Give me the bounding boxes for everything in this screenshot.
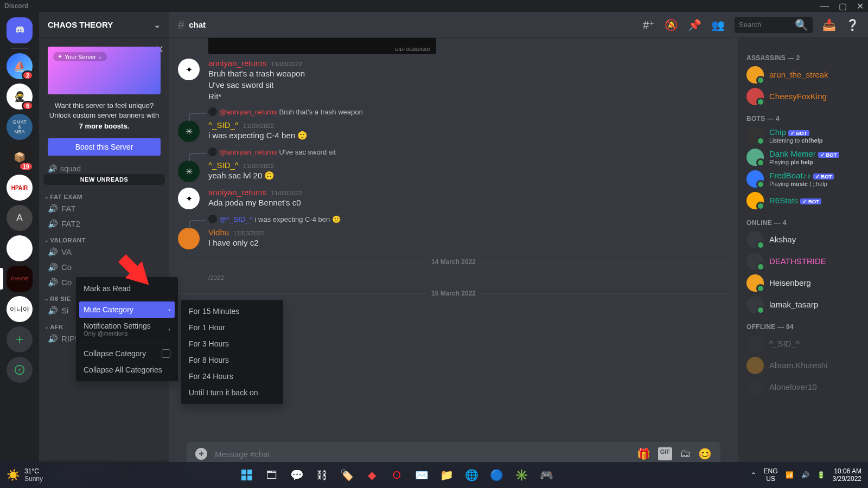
clock[interactable]: 10:06 AM3/29/2022 — [833, 467, 861, 483]
threads-button[interactable]: #⁺ — [643, 18, 655, 31]
avatar[interactable]: ✳ — [178, 120, 200, 142]
search-box[interactable]: 🔍 — [735, 17, 813, 33]
attach-button[interactable]: + — [195, 448, 207, 460]
inbox-button[interactable]: 📥 — [822, 18, 836, 31]
menu-collapse-category[interactable]: Collapse Category — [79, 345, 175, 362]
avatar[interactable]: ✳ — [178, 160, 200, 182]
search-input[interactable] — [739, 21, 795, 29]
taskbar-app[interactable]: 🗔 — [261, 464, 283, 486]
channel-item[interactable]: 🔊FAT — [43, 201, 165, 216]
pinned-button[interactable]: 📌 — [688, 18, 701, 31]
notifications-button[interactable]: 🔕 — [665, 18, 678, 31]
menu-mute-category[interactable]: Mute Category› — [79, 301, 175, 318]
server-header[interactable]: CHAOS THEORY ⌄ — [39, 12, 169, 38]
boost-server-button[interactable]: Boost this Server — [48, 138, 161, 156]
svg-rect-2 — [247, 470, 252, 474]
member-item[interactable]: lamak_tasarp — [742, 294, 864, 316]
server-icon[interactable]: 🥷6 — [7, 84, 33, 110]
member-item[interactable]: R6Stats✓ BOT — [742, 190, 864, 211]
taskbar-app[interactable]: O — [386, 464, 407, 486]
add-server-button[interactable]: + — [7, 326, 33, 352]
taskbar-app[interactable]: ◆ — [361, 464, 382, 486]
avatar[interactable]: ✦ — [178, 59, 200, 80]
boost-card: ✕ ✦Your Server⌄ Want this server to feel… — [48, 47, 161, 156]
menu-mute-15m[interactable]: For 15 Minutes — [184, 303, 280, 319]
server-icon[interactable]: A — [7, 205, 33, 231]
chevron-down-icon: ⌄ — [154, 20, 161, 30]
language-indicator[interactable]: ENGUS — [764, 467, 778, 483]
minimize-button[interactable]: — — [820, 1, 829, 11]
member-item[interactable]: CheesyFoxKing — [742, 86, 864, 107]
volume-icon[interactable]: 🔊 — [801, 471, 809, 479]
weather-widget[interactable]: ☀️ 31°CSunny — [7, 467, 43, 483]
menu-mark-read[interactable]: Mark as Read — [79, 280, 175, 297]
avatar[interactable]: ✦ — [178, 188, 200, 209]
server-icon[interactable]: HPAIR — [7, 175, 33, 201]
chat-header: # chat #⁺ 🔕 📌 👥 🔍 📥 ❔ — [169, 12, 868, 38]
taskbar-app[interactable]: 🎮 — [535, 464, 557, 486]
taskbar-app[interactable]: ✳️ — [510, 464, 532, 486]
members-button[interactable]: 👥 — [711, 18, 725, 31]
taskbar-app[interactable]: 💬 — [286, 464, 308, 486]
category-header[interactable]: ⌄FAT EXAM — [43, 188, 165, 201]
member-item[interactable]: arun_the_streak — [742, 64, 864, 86]
search-icon: 🔍 — [795, 18, 808, 31]
sticker-button[interactable]: 🗂 — [680, 447, 691, 460]
explore-button[interactable] — [7, 357, 33, 383]
tray-chevron[interactable]: ⌃ — [751, 471, 756, 479]
help-button[interactable]: ❔ — [846, 18, 859, 31]
channel-item[interactable]: 🔊VA — [43, 245, 165, 260]
new-unreads-pill[interactable]: NEW UNREADS — [43, 174, 165, 185]
battery-icon[interactable]: 🔋 — [817, 471, 825, 479]
server-icon-active[interactable]: CHAOS — [7, 266, 33, 292]
date-divider: 14 March 2022 — [427, 258, 480, 266]
member-item[interactable]: Dank Memer✓ BOTPlaying pls help — [742, 146, 864, 168]
home-button[interactable] — [7, 17, 33, 43]
gift-button[interactable]: 🎁 — [637, 447, 650, 460]
close-button[interactable]: ✕ — [857, 1, 864, 11]
server-icon[interactable]: 이니야 — [7, 296, 33, 322]
wifi-icon[interactable]: 📶 — [786, 471, 794, 479]
menu-mute-24h[interactable]: For 24 Hours — [184, 368, 280, 384]
taskbar-app[interactable]: ⛓ — [311, 464, 333, 486]
speaker-icon: 🔊 — [48, 334, 58, 344]
server-icon[interactable]: GMAT&MBA — [7, 114, 33, 140]
taskbar-app[interactable]: 📁 — [436, 464, 457, 486]
menu-mute-3h[interactable]: For 3 Hours — [184, 336, 280, 352]
member-item[interactable]: FredBoat♪♪✓ BOTPlaying music | ;;help — [742, 168, 864, 190]
server-icon[interactable]: 📦19 — [7, 144, 33, 170]
member-item[interactable]: ^_SID_^ — [742, 333, 864, 355]
member-item[interactable]: Chip✓ BOTListening to ch!help — [742, 125, 864, 146]
start-button[interactable] — [236, 464, 258, 486]
menu-collapse-all[interactable]: Collapse All Categories — [79, 362, 175, 378]
member-item[interactable]: Akshay — [742, 229, 864, 251]
menu-mute-8h[interactable]: For 8 Hours — [184, 352, 280, 368]
member-item[interactable]: DEATHSTRIDE — [742, 251, 864, 272]
member-item[interactable]: Alonelover10 — [742, 376, 864, 398]
reply-reference[interactable]: @anniyan_returnsU've sac sword sit — [178, 147, 729, 156]
member-item[interactable]: Heisenberg — [742, 272, 864, 294]
embed-image[interactable]: UID- 853824284 — [208, 38, 436, 54]
emoji-button[interactable]: 😊 — [698, 447, 712, 460]
taskbar-app[interactable]: 🔵 — [486, 464, 507, 486]
reply-reference[interactable]: @^_SID_^i was expecting C-4 ben 🙂 — [178, 215, 729, 223]
main-panel: # chat #⁺ 🔕 📌 👥 🔍 📥 ❔ UID- 853824284 ✦ — [169, 12, 868, 488]
member-item[interactable]: Abram.Khureshi — [742, 355, 864, 376]
channel-item[interactable]: 🔊squad — [43, 164, 165, 173]
menu-notification-settings[interactable]: Notification SettingsOnly @mentions› — [79, 318, 175, 341]
menu-mute-until-off[interactable]: Until I turn it back on — [184, 384, 280, 401]
channel-panel: CHAOS THEORY ⌄ ✕ ✦Your Server⌄ Want this… — [39, 12, 169, 488]
category-header[interactable]: ⌄VALORANT — [43, 232, 165, 245]
gif-button[interactable]: GIF — [658, 447, 672, 460]
titlebar: Discord — ▢ ✕ — [0, 0, 868, 12]
taskbar-app[interactable]: 🏷️ — [336, 464, 358, 486]
reply-reference[interactable]: @anniyan_returnsBruh that's a trash weap… — [178, 107, 729, 116]
taskbar-app[interactable]: 🌐 — [461, 464, 482, 486]
server-icon[interactable]: ⛵2 — [7, 53, 33, 79]
server-icon[interactable] — [7, 235, 33, 261]
avatar[interactable] — [178, 228, 200, 249]
taskbar-app[interactable]: ✉️ — [411, 464, 432, 486]
maximize-button[interactable]: ▢ — [839, 1, 847, 11]
channel-item[interactable]: 🔊FAT2 — [43, 216, 165, 232]
menu-mute-1h[interactable]: For 1 Hour — [184, 319, 280, 336]
